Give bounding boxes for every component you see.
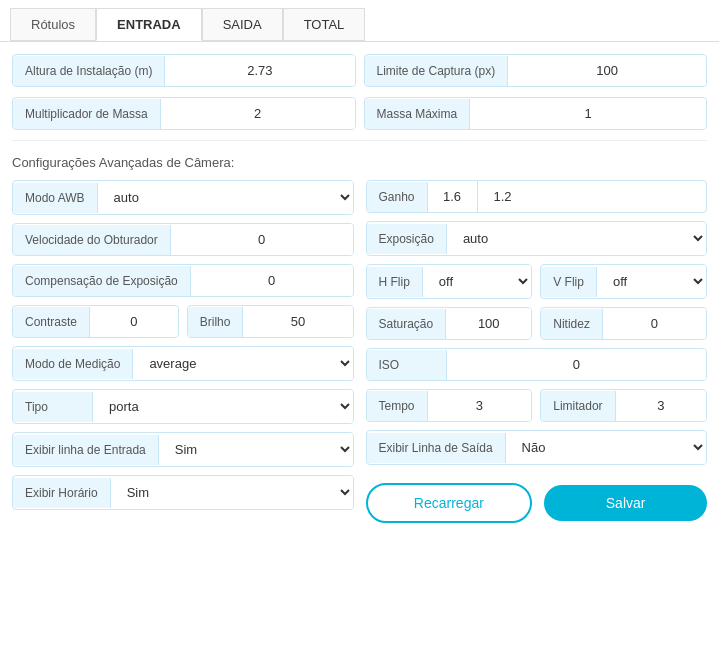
vflip-label: V Flip <box>541 267 597 297</box>
velocidade-label: Velocidade do Obturador <box>13 225 171 255</box>
contraste-brilho-row: Contraste 0 Brilho 50 <box>12 305 354 338</box>
nitidez-label: Nitidez <box>541 309 603 339</box>
contraste-label: Contraste <box>13 307 90 337</box>
vflip-select[interactable]: off on <box>597 265 706 298</box>
brilho-label: Brilho <box>188 307 244 337</box>
iso-row: ISO 0 <box>366 348 708 381</box>
tab-total[interactable]: TOTAL <box>283 8 366 41</box>
medicao-select[interactable]: average spot backlit matrix <box>133 347 352 380</box>
flip-row: H Flip off on V Flip off on <box>366 264 708 299</box>
hflip-select[interactable]: off on <box>423 265 531 298</box>
hflip-label: H Flip <box>367 267 423 297</box>
exposicao-label: Exposição <box>367 224 447 254</box>
velocidade-row: Velocidade do Obturador 0 <box>12 223 354 256</box>
tab-entrada[interactable]: ENTRADA <box>96 8 202 41</box>
divider-1 <box>12 140 707 141</box>
top-row-1: Altura de Instalação (m) 2.73 Limite de … <box>12 54 707 87</box>
exibir-horario-row: Exibir Horário Sim Não <box>12 475 354 510</box>
ganho-row: Ganho 1.6 1.2 <box>366 180 708 213</box>
vflip-group: V Flip off on <box>540 264 707 299</box>
limite-captura-label: Limite de Captura (px) <box>365 56 509 86</box>
contraste-value[interactable]: 0 <box>90 306 178 337</box>
exposicao-select[interactable]: auto manual off <box>447 222 706 255</box>
camera-config: Modo AWB auto sun cloud shade tungsten f… <box>12 180 707 523</box>
limitador-group: Limitador 3 <box>540 389 707 422</box>
saturacao-group: Saturação 100 <box>366 307 533 340</box>
ganho-value1[interactable]: 1.6 <box>428 181 478 212</box>
altura-instalacao-group: Altura de Instalação (m) 2.73 <box>12 54 356 87</box>
iso-value[interactable]: 0 <box>447 349 707 380</box>
tab-bar: Rótulos ENTRADA SAIDA TOTAL <box>0 0 719 42</box>
saturacao-label: Saturação <box>367 309 447 339</box>
tab-saida[interactable]: SAIDA <box>202 8 283 41</box>
limite-captura-value[interactable]: 100 <box>508 55 706 86</box>
tipo-row: Tipo porta esteira outro <box>12 389 354 424</box>
massa-maxima-group: Massa Máxima 1 <box>364 97 708 130</box>
tempo-label: Tempo <box>367 391 428 421</box>
tipo-label: Tipo <box>13 392 93 422</box>
nitidez-group: Nitidez 0 <box>540 307 707 340</box>
multiplicador-massa-value[interactable]: 2 <box>161 98 355 129</box>
altura-instalacao-value[interactable]: 2.73 <box>165 55 354 86</box>
velocidade-value[interactable]: 0 <box>171 224 353 255</box>
section-title: Configurações Avançadas de Câmera: <box>12 155 707 170</box>
saturacao-value[interactable]: 100 <box>446 308 531 339</box>
exibir-horario-label: Exibir Horário <box>13 478 111 508</box>
medicao-label: Modo de Medição <box>13 349 133 379</box>
multiplicador-massa-group: Multiplicador de Massa 2 <box>12 97 356 130</box>
top-row-2: Multiplicador de Massa 2 Massa Máxima 1 <box>12 97 707 130</box>
col-left: Modo AWB auto sun cloud shade tungsten f… <box>12 180 354 523</box>
brilho-value[interactable]: 50 <box>243 306 352 337</box>
tempo-group: Tempo 3 <box>366 389 533 422</box>
exposicao-row: Exposição auto manual off <box>366 221 708 256</box>
tempo-value[interactable]: 3 <box>428 390 532 421</box>
footer-buttons: Recarregar Salvar <box>366 483 708 523</box>
sat-nitidez-row: Saturação 100 Nitidez 0 <box>366 307 708 340</box>
exibir-horario-select[interactable]: Sim Não <box>111 476 353 509</box>
reload-button[interactable]: Recarregar <box>366 483 533 523</box>
exibir-saida-select[interactable]: Não Sim <box>506 431 706 464</box>
save-button[interactable]: Salvar <box>544 485 707 521</box>
modo-awb-row: Modo AWB auto sun cloud shade tungsten f… <box>12 180 354 215</box>
main-content: Altura de Instalação (m) 2.73 Limite de … <box>0 42 719 535</box>
altura-instalacao-label: Altura de Instalação (m) <box>13 56 165 86</box>
exibir-saida-label: Exibir Linha de Saída <box>367 433 506 463</box>
multiplicador-massa-label: Multiplicador de Massa <box>13 99 161 129</box>
contraste-group: Contraste 0 <box>12 305 179 338</box>
modo-awb-label: Modo AWB <box>13 183 98 213</box>
exibir-saida-row: Exibir Linha de Saída Não Sim <box>366 430 708 465</box>
modo-awb-select[interactable]: auto sun cloud shade tungsten fluorescen… <box>98 181 353 214</box>
medicao-row: Modo de Medição average spot backlit mat… <box>12 346 354 381</box>
exibir-entrada-select[interactable]: Sim Não <box>159 433 353 466</box>
exibir-entrada-label: Exibir linha de Entrada <box>13 435 159 465</box>
limite-captura-group: Limite de Captura (px) 100 <box>364 54 708 87</box>
iso-label: ISO <box>367 350 447 380</box>
compensacao-row: Compensação de Exposição 0 <box>12 264 354 297</box>
tempo-limitador-row: Tempo 3 Limitador 3 <box>366 389 708 422</box>
massa-maxima-label: Massa Máxima <box>365 99 471 129</box>
compensacao-value[interactable]: 0 <box>191 265 353 296</box>
limitador-value[interactable]: 3 <box>616 390 706 421</box>
nitidez-value[interactable]: 0 <box>603 308 706 339</box>
limitador-label: Limitador <box>541 391 615 421</box>
hflip-group: H Flip off on <box>366 264 533 299</box>
tab-rotulos[interactable]: Rótulos <box>10 8 96 41</box>
brilho-group: Brilho 50 <box>187 305 354 338</box>
exibir-entrada-row: Exibir linha de Entrada Sim Não <box>12 432 354 467</box>
col-right: Ganho 1.6 1.2 Exposição auto manual off … <box>366 180 708 523</box>
ganho-value2[interactable]: 1.2 <box>478 181 528 212</box>
compensacao-label: Compensação de Exposição <box>13 266 191 296</box>
tipo-select[interactable]: porta esteira outro <box>93 390 353 423</box>
ganho-label: Ganho <box>367 182 428 212</box>
massa-maxima-value[interactable]: 1 <box>470 98 706 129</box>
